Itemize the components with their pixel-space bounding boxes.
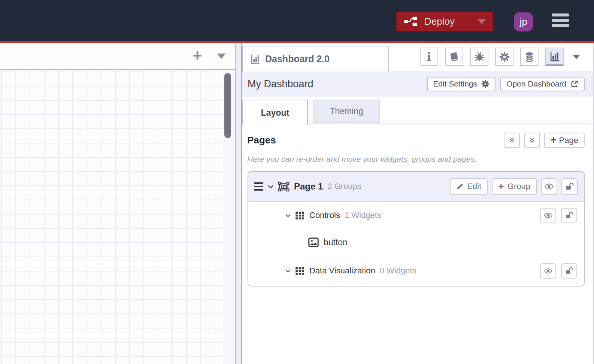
canvas-scrollbar-track[interactable] [223,70,235,364]
group-visibility-button[interactable] [540,208,556,223]
group-name: Data Visualization [309,266,375,276]
pencil-icon [456,183,464,190]
flow-workspace: + [0,43,235,364]
context-data-tab-button[interactable] [520,48,539,66]
sidebar-header: Dashboard 2.0 i [242,43,593,71]
gear-icon [499,52,510,62]
group-meta: 0 Widgets [380,266,416,276]
eye-icon [544,212,553,219]
drag-handle-icon[interactable] [254,182,263,191]
pages-heading: Pages [247,134,500,146]
sidebar-subtabs: Layout Theming [242,97,593,124]
user-avatar[interactable]: jp [514,12,533,31]
expand-all-button[interactable] [524,133,540,148]
hamburger-icon [552,13,569,16]
info-tab-button[interactable]: i [420,48,438,66]
groups-list: Controls 1 Widgets [248,202,584,286]
eye-icon [544,183,554,190]
pages-section: Pages [242,124,593,286]
info-icon: i [427,51,431,63]
flow-tab-bar: + [0,43,235,70]
external-link-icon [570,80,579,88]
pages-tree-panel: Page 1 2 Groups Edit + [248,171,585,286]
tab-theming[interactable]: Theming [313,100,380,123]
bar-chart-icon [250,54,261,64]
group-lock-button[interactable] [561,263,577,279]
node-red-editor: Deploy jp + [0,0,594,364]
top-header: Deploy jp [0,0,594,41]
bug-icon [474,52,485,62]
add-group-button[interactable]: + Group [492,178,537,195]
deploy-label: Deploy [424,16,455,27]
edit-settings-button[interactable]: Edit Settings [427,77,495,91]
main-menu-button[interactable] [552,13,569,29]
unlock-icon [565,182,574,191]
deploy-caret-icon[interactable] [478,19,486,24]
open-dashboard-button[interactable]: Open Dashboard [500,77,585,91]
page-lock-button[interactable] [561,178,578,195]
double-chevron-up-icon [507,136,516,145]
group-visibility-button[interactable] [540,263,556,279]
canvas-scrollbar-thumb[interactable] [224,73,231,138]
table-grid-icon [295,267,304,275]
object-group-icon [278,182,290,192]
tab-dashboard-2[interactable]: Dashboard 2.0 [242,46,389,72]
help-tab-button[interactable] [445,48,463,66]
unlock-icon [565,267,573,275]
flow-list-button[interactable] [217,54,226,59]
sidebar-panel: Dashboard 2.0 i [242,43,594,364]
group-row-controls[interactable]: Controls 1 Widgets [248,205,584,226]
book-icon [449,52,459,62]
page-row[interactable]: Page 1 2 Groups Edit + [248,172,584,202]
group-meta: 1 Widgets [345,210,381,220]
sidebar-splitter[interactable] [235,43,242,364]
edit-page-button[interactable]: Edit [450,178,488,195]
dashboard-tab-button[interactable] [545,48,564,66]
chevron-down-icon[interactable] [267,185,274,189]
group-lock-button[interactable] [561,208,577,223]
plus-icon: + [498,182,504,192]
pages-description: Here you can re-order and move your widg… [247,155,585,164]
chevron-down-icon[interactable] [285,213,291,218]
page-visibility-button[interactable] [541,178,557,195]
chevron-down-icon[interactable] [285,269,291,273]
sidebar-tab-label: Dashboard 2.0 [265,54,330,64]
dashboard-subheader: My Dashboard Edit Settings [242,71,593,97]
gear-icon [481,80,490,88]
double-chevron-down-icon [528,136,536,145]
unlock-icon [565,211,573,219]
group-name: Controls [309,210,340,220]
page-name: Page 1 [294,181,323,192]
deploy-button[interactable]: Deploy [396,12,493,31]
image-icon [308,237,319,247]
widget-row-button[interactable]: button [248,233,584,252]
tab-layout[interactable]: Layout [242,100,308,125]
plus-icon: + [551,135,557,145]
widget-name: button [324,237,348,248]
page-meta: 2 Groups [327,182,361,191]
flow-canvas[interactable] [0,70,223,364]
database-icon [524,51,534,62]
dashboard-title: My Dashboard [248,78,422,90]
eye-icon [544,268,553,274]
bar-chart-icon [549,51,560,62]
sidebar-toolbar: i [420,48,580,66]
group-row-data-visualization[interactable]: Data Visualization 0 Widgets [248,260,584,281]
add-page-button[interactable]: + Page [544,133,585,148]
debug-tab-button[interactable] [470,48,488,66]
collapse-all-button[interactable] [504,133,520,148]
table-grid-icon [295,211,304,220]
sidebar-menu-caret-icon[interactable] [573,55,580,59]
deploy-icon [403,16,418,27]
config-nodes-tab-button[interactable] [495,48,513,66]
add-flow-button[interactable]: + [190,47,205,64]
